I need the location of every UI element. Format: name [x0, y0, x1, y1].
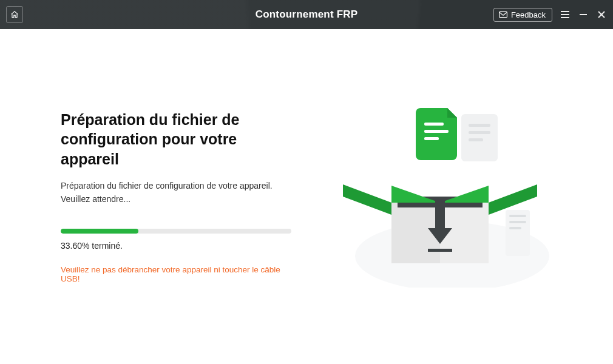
minimize-icon: [579, 10, 588, 19]
svg-rect-28: [509, 227, 521, 229]
feedback-label: Feedback: [511, 10, 546, 19]
svg-rect-24: [428, 249, 452, 252]
titlebar: Contournement FRP Feedback: [0, 0, 613, 29]
home-button[interactable]: [6, 6, 23, 23]
svg-rect-10: [469, 131, 490, 134]
page-heading: Préparation du fichier de configuration …: [61, 110, 291, 169]
svg-rect-9: [469, 124, 490, 127]
mail-icon: [499, 11, 507, 18]
progress-bar: [61, 229, 291, 234]
main-content: Préparation du fichier de configuration …: [0, 29, 613, 364]
page-subtext: Préparation du fichier de configuration …: [61, 180, 291, 206]
window-title: Contournement FRP: [256, 8, 358, 21]
warning-text: Veuillez ne pas débrancher votre apparei…: [61, 265, 291, 283]
svg-rect-22: [435, 197, 445, 231]
svg-rect-8: [461, 114, 498, 161]
text-panel: Préparation du fichier de configuration …: [36, 110, 303, 284]
home-icon: [10, 10, 19, 19]
svg-rect-11: [469, 138, 483, 141]
svg-rect-13: [424, 130, 449, 133]
svg-rect-12: [424, 123, 444, 126]
menu-icon: [560, 10, 570, 19]
svg-rect-0: [499, 12, 507, 17]
feedback-button[interactable]: Feedback: [493, 8, 552, 22]
progress-label: 33.60% terminé.: [61, 241, 291, 251]
progress-section: 33.60% terminé. Veuillez ne pas débranch…: [61, 229, 291, 283]
menu-button[interactable]: [560, 9, 571, 20]
svg-marker-18: [343, 184, 391, 215]
svg-rect-26: [509, 215, 526, 217]
progress-fill: [61, 229, 138, 234]
svg-rect-27: [509, 221, 526, 223]
illustration-panel: [303, 29, 577, 364]
minimize-button[interactable]: [578, 9, 589, 20]
download-illustration: [331, 106, 549, 288]
svg-rect-14: [424, 137, 439, 140]
close-icon: [597, 10, 606, 19]
close-button[interactable]: [596, 9, 607, 20]
